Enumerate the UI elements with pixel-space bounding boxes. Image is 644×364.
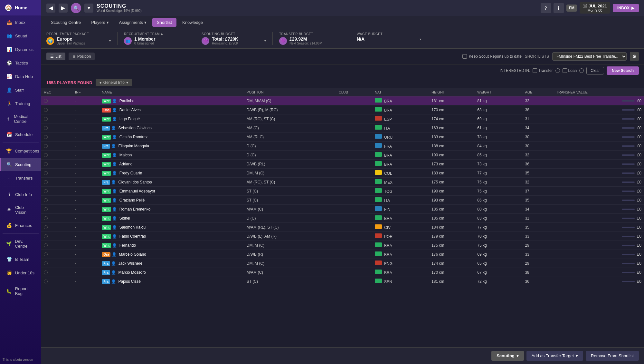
forward-button[interactable]: ▶ (59, 4, 68, 13)
col-club[interactable]: CLUB (336, 88, 372, 96)
sidebar-item-finances[interactable]: 💰 Finances (0, 219, 41, 232)
sidebar-item-under-18s[interactable]: 🧑 Under 18s (0, 266, 41, 280)
sidebar-item-schedule[interactable]: 📅 Schedule (0, 128, 41, 141)
sidebar-item-training[interactable]: 🏃 Training (0, 97, 41, 110)
loan-radio[interactable] (579, 68, 584, 73)
table-row[interactable]: - Wnt 👤 Graziano Pellè ST (C) ITA 193 cm… (41, 196, 644, 205)
nat-code: ITA (384, 198, 390, 203)
sidebar-item-staff[interactable]: 👤 Staff (0, 83, 41, 97)
sidebar-item-dev-centre[interactable]: 🌱 Dev. Centre (0, 235, 41, 252)
loan-label: Loan (568, 68, 577, 73)
player-person-icon: 👤 (112, 243, 117, 248)
table-row[interactable]: - Fra 👤 Jack Wilshere DM, M (C) ENG 174 … (41, 259, 644, 268)
value-bar (622, 154, 635, 156)
table-row[interactable]: - Wnt 👤 Sidnei D (C) BRA 185 cm 83 kg 31… (41, 214, 644, 223)
cell-transfer-value: £0 (554, 114, 644, 123)
subnav-shortlist[interactable]: Shortlist (152, 18, 176, 27)
cell-name: Fra 👤 Papiss Cissé (99, 277, 244, 286)
subnav-knowledge[interactable]: Knowledge (178, 18, 207, 27)
sidebar-item-medical-centre[interactable]: ⚕ Medical Centre (0, 110, 41, 128)
loan-checkbox[interactable] (563, 68, 567, 73)
position-view-button[interactable]: ⊞ Position (69, 53, 95, 60)
sidebar-item-club-vision[interactable]: 👁 Club Vision (0, 201, 41, 219)
col-height[interactable]: HEIGHT (429, 88, 475, 96)
table-row[interactable]: - Wnt 👤 Iago Falqué AM (RC), ST (C) ESP … (41, 114, 644, 123)
transfer-value: £29.92M (289, 36, 322, 42)
sidebar-item-transfers[interactable]: ↔ Transfers (0, 171, 41, 185)
transfer-interest[interactable]: Transfer (533, 68, 553, 73)
player-badge: Fra (102, 279, 110, 284)
general-info-button[interactable]: ● General Info ▾ (96, 79, 132, 86)
settings-button[interactable]: ⚙ (630, 52, 639, 61)
cell-name: Fra 👤 Eliaquim Mangala (99, 142, 244, 151)
table-row[interactable]: - Fra 👤 Papiss Cissé ST (C) SEN 181 cm 7… (41, 277, 644, 286)
add-transfer-target-button[interactable]: Add as Transfer Target ▾ (526, 351, 583, 361)
shortlist-dropdown[interactable]: FMInside FM22 Best Free Transfe... (552, 52, 627, 61)
position-label: Position (77, 54, 91, 59)
table-row[interactable]: - Wnt 👤 Gastón Ramírez AM (RLC) URU 183 … (41, 133, 644, 142)
table-row[interactable]: - Wnt 👤 Paulinho DM, M/AM (C) BRA 181 cm… (41, 96, 644, 105)
transfer-radio[interactable] (555, 68, 560, 73)
sidebar-item-club-info[interactable]: ℹ Club Info (0, 188, 41, 201)
sidebar-item-data-hub[interactable]: 📈 Data Hub (0, 70, 41, 83)
cell-name: Fra 👤 Márcio Mossoró (99, 268, 244, 277)
table-row[interactable]: - Wnt 👤 Roman Eremenko M/AM (C) FIN 185 … (41, 205, 644, 214)
budget-dropdown-arrow[interactable]: ▾ (264, 39, 266, 43)
table-row[interactable]: - Wnt 👤 Adriano D/WB (RL) BRA 173 cm 73 … (41, 160, 644, 169)
medical-icon: ⚕ (6, 116, 11, 122)
subnav-scouting-centre[interactable]: Scouting Centre (46, 18, 85, 27)
package-dropdown-arrow[interactable]: ▾ (109, 39, 111, 43)
shortlists-label: SHORTLISTS (525, 54, 549, 59)
new-search-button[interactable]: New Search (607, 66, 639, 75)
col-transfer-value[interactable]: TRANSFER VALUE (554, 88, 644, 96)
sidebar-item-home[interactable]: 🏠 Home (0, 0, 41, 15)
transfer-checkbox[interactable] (533, 68, 537, 73)
player-table-container[interactable]: REC INF NAME POSITION CLUB NAT HEIGHT WE… (41, 88, 644, 347)
list-view-button[interactable]: ☰ List (46, 53, 65, 60)
sidebar-item-inbox[interactable]: 📥 Inbox (0, 15, 41, 29)
info-icon-btn[interactable]: ℹ (554, 3, 564, 13)
clear-button[interactable]: Clear (586, 67, 604, 74)
sidebar-item-scouting[interactable]: 🔍 Scouting (0, 158, 41, 171)
subnav-players[interactable]: Players ▾ (87, 18, 113, 27)
keep-scout-checkbox[interactable] (462, 54, 467, 59)
col-weight[interactable]: WEIGHT (475, 88, 522, 96)
table-row[interactable]: - Wnt 👤 Salomon Kalou M/AM (RL), ST (C) … (41, 223, 644, 232)
table-row[interactable]: - Wnt 👤 Emmanuel Adebayor ST (C) TOG 190… (41, 187, 644, 196)
nav-down-button[interactable]: ▾ (84, 4, 93, 13)
sidebar-item-competitions[interactable]: 🏆 Competitions (0, 144, 41, 158)
table-row[interactable]: - Wnt 👤 Maicon D (C) BRA 190 cm 85 kg 32… (41, 151, 644, 160)
sidebar-item-dynamics[interactable]: 📊 Dynamics (0, 43, 41, 56)
sidebar-item-b-team[interactable]: 👕 B Team (0, 252, 41, 266)
table-row[interactable]: - Fra 👤 Eliaquim Mangala D (C) FRA 188 c… (41, 142, 644, 151)
table-row[interactable]: - Wnt 👤 Fredy Guarín DM, M (C) COL 183 c… (41, 169, 644, 178)
day-value: Mon 9:00 (583, 8, 607, 12)
sidebar-item-report-bug[interactable]: 🐛 Report Bug (0, 282, 41, 300)
table-row[interactable]: - Una 👤 Daniel Alves D/WB (R), M (RC) BR… (41, 105, 644, 114)
inbox-button[interactable]: INBOX ▶ (613, 4, 639, 12)
loan-interest[interactable]: Loan (563, 68, 577, 73)
table-row[interactable]: - Ora 👤 Marcelo Goiano D/WB (R) BRA 176 … (41, 250, 644, 259)
cell-height: 163 cm (429, 123, 475, 133)
subnav-assignments[interactable]: Assignments ▾ (115, 18, 151, 27)
wage-dropdown-arrow[interactable]: ▾ (420, 37, 421, 41)
main-content: ◀ ▶ 🔍 ▾ SCOUTING World Knowledge: 19% (D… (41, 0, 644, 364)
scouting-action-button[interactable]: Scouting ▾ (491, 351, 524, 361)
col-age[interactable]: AGE (522, 88, 554, 96)
help-icon-btn[interactable]: ? (541, 3, 551, 13)
table-row[interactable]: - Wnt 👤 Fernando DM, M (C) BRA 175 cm 75… (41, 241, 644, 250)
cell-club (336, 142, 372, 151)
sidebar-item-tactics[interactable]: ⚽ Tactics (0, 56, 41, 70)
table-row[interactable]: - Fra 👤 Giovani dos Santos AM (RC), ST (… (41, 178, 644, 187)
table-row[interactable]: - Fra 👤 Márcio Mossoró M/AM (C) BRA 170 … (41, 268, 644, 277)
col-nat[interactable]: NAT (372, 88, 429, 96)
table-row[interactable]: - Wnt 👤 Fábio Coentrão D/WB (L), AM (R) … (41, 232, 644, 241)
sidebar-item-squad[interactable]: 👥 Squad (0, 29, 41, 43)
remove-shortlist-button[interactable]: Remove From Shortlist (586, 351, 639, 361)
cell-transfer-value: £0 (554, 178, 644, 187)
back-button[interactable]: ◀ (46, 4, 55, 13)
table-row[interactable]: - Fra 👤 Sebastian Giovinco AM (C) ITA 16… (41, 123, 644, 133)
col-position[interactable]: POSITION (244, 88, 336, 96)
col-name[interactable]: NAME (99, 88, 244, 96)
player-badge: Wnt (102, 234, 111, 239)
